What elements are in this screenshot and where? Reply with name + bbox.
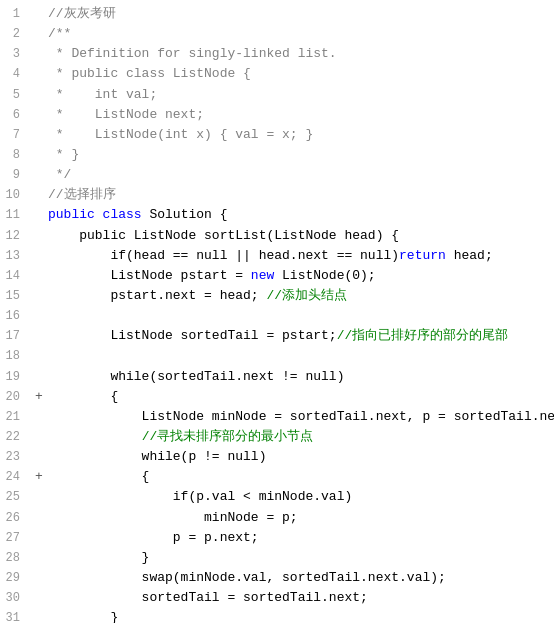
line-number: 22 [0, 428, 32, 447]
line-content: sortedTail = sortedTail.next; [48, 588, 546, 608]
code-line: 19 while(sortedTail.next != null) [0, 367, 554, 387]
code-line: 21 ListNode minNode = sortedTail.next, p… [0, 407, 554, 427]
code-line: 26 minNode = p; [0, 508, 554, 528]
line-number: 8 [0, 146, 32, 165]
line-content: * } [48, 145, 546, 165]
code-line: 14 ListNode pstart = new ListNode(0); [0, 266, 554, 286]
line-number: 7 [0, 126, 32, 145]
line-number: 6 [0, 106, 32, 125]
line-number: 19 [0, 368, 32, 387]
line-number: 2 [0, 25, 32, 44]
line-number: 17 [0, 327, 32, 346]
code-line: 25 if(p.val < minNode.val) [0, 487, 554, 507]
line-number: 3 [0, 45, 32, 64]
code-line: 16 [0, 306, 554, 326]
line-number: 26 [0, 509, 32, 528]
code-line: 28 } [0, 548, 554, 568]
code-line: 12 public ListNode sortList(ListNode hea… [0, 226, 554, 246]
line-content: public ListNode sortList(ListNode head) … [48, 226, 546, 246]
code-line: 15 pstart.next = head; //添加头结点 [0, 286, 554, 306]
line-content: swap(minNode.val, sortedTail.next.val); [48, 568, 546, 588]
code-line: 24+ { [0, 467, 554, 487]
line-number: 28 [0, 549, 32, 568]
line-number: 23 [0, 448, 32, 467]
code-line: 30 sortedTail = sortedTail.next; [0, 588, 554, 608]
line-number: 31 [0, 609, 32, 623]
line-number: 14 [0, 267, 32, 286]
line-number: 5 [0, 86, 32, 105]
code-line: 22 //寻找未排序部分的最小节点 [0, 427, 554, 447]
line-number: 10 [0, 186, 32, 205]
code-line: 6 * ListNode next; [0, 105, 554, 125]
line-content: ListNode minNode = sortedTail.next, p = … [48, 407, 554, 427]
line-content [48, 306, 546, 326]
line-content: //选择排序 [48, 185, 546, 205]
code-line: 18 [0, 346, 554, 366]
line-content: * int val; [48, 85, 546, 105]
code-line: 20+ { [0, 387, 554, 407]
code-line: 11public class Solution { [0, 205, 554, 225]
line-number: 1 [0, 5, 32, 24]
line-number: 4 [0, 65, 32, 84]
line-content: if(head == null || head.next == null)ret… [48, 246, 546, 266]
line-number: 15 [0, 287, 32, 306]
line-number: 25 [0, 488, 32, 507]
line-content: { [48, 387, 546, 407]
line-content: public class Solution { [48, 205, 546, 225]
code-line: 1//灰灰考研 [0, 4, 554, 24]
line-content [48, 346, 546, 366]
line-content: } [48, 608, 546, 623]
line-number: 21 [0, 408, 32, 427]
line-content: * Definition for singly-linked list. [48, 44, 546, 64]
line-content: */ [48, 165, 546, 185]
code-line: 5 * int val; [0, 85, 554, 105]
line-number: 13 [0, 247, 32, 266]
line-number: 9 [0, 166, 32, 185]
line-content: pstart.next = head; //添加头结点 [48, 286, 546, 306]
code-line: 31 } [0, 608, 554, 623]
line-number: 20 [0, 388, 32, 407]
code-line: 7 * ListNode(int x) { val = x; } [0, 125, 554, 145]
code-line: 10//选择排序 [0, 185, 554, 205]
line-number: 11 [0, 206, 32, 225]
line-content: p = p.next; [48, 528, 546, 548]
expand-icon[interactable]: + [32, 467, 48, 487]
line-number: 29 [0, 569, 32, 588]
code-line: 23 while(p != null) [0, 447, 554, 467]
line-content: * ListNode(int x) { val = x; } [48, 125, 546, 145]
line-content: while(p != null) [48, 447, 546, 467]
expand-icon[interactable]: + [32, 387, 48, 407]
code-line: 27 p = p.next; [0, 528, 554, 548]
code-line: 13 if(head == null || head.next == null)… [0, 246, 554, 266]
line-content: //寻找未排序部分的最小节点 [48, 427, 546, 447]
line-content: * public class ListNode { [48, 64, 546, 84]
code-line: 9 */ [0, 165, 554, 185]
code-line: 2/** [0, 24, 554, 44]
line-number: 30 [0, 589, 32, 608]
line-content: //灰灰考研 [48, 4, 546, 24]
line-content: if(p.val < minNode.val) [48, 487, 546, 507]
line-number: 16 [0, 307, 32, 326]
line-content: { [48, 467, 546, 487]
code-line: 29 swap(minNode.val, sortedTail.next.val… [0, 568, 554, 588]
line-number: 18 [0, 347, 32, 366]
line-content: /** [48, 24, 546, 44]
line-content: while(sortedTail.next != null) [48, 367, 546, 387]
line-number: 12 [0, 227, 32, 246]
code-line: 17 ListNode sortedTail = pstart;//指向已排好序… [0, 326, 554, 346]
line-content: } [48, 548, 546, 568]
line-number: 27 [0, 529, 32, 548]
code-line: 4 * public class ListNode { [0, 64, 554, 84]
code-editor: 1//灰灰考研2/**3 * Definition for singly-lin… [0, 0, 554, 623]
line-content: ListNode sortedTail = pstart;//指向已排好序的部分… [48, 326, 546, 346]
line-content: minNode = p; [48, 508, 546, 528]
line-content: ListNode pstart = new ListNode(0); [48, 266, 546, 286]
line-number: 24 [0, 468, 32, 487]
code-line: 8 * } [0, 145, 554, 165]
code-line: 3 * Definition for singly-linked list. [0, 44, 554, 64]
line-content: * ListNode next; [48, 105, 546, 125]
